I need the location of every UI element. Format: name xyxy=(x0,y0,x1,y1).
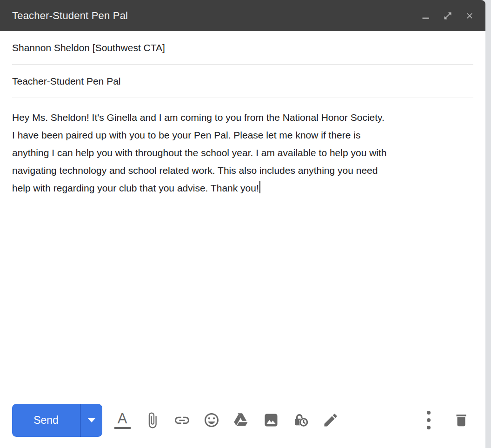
insert-from-drive-button[interactable] xyxy=(226,405,256,435)
page-background-strip xyxy=(485,0,491,448)
body-line-text: help with regarding your club that you a… xyxy=(12,183,259,193)
send-label: Send xyxy=(33,414,59,427)
attach-files-button[interactable] xyxy=(137,405,167,435)
insert-photo-button[interactable] xyxy=(256,405,286,435)
body-line: anything I can help you with throughout … xyxy=(12,144,473,162)
window-title: Teacher-Student Pen Pal xyxy=(12,10,421,22)
body-line: Hey Ms. Sheldon! It's Ginella and I am c… xyxy=(12,109,473,126)
text-cursor xyxy=(259,181,260,193)
google-drive-icon xyxy=(233,412,250,428)
pop-out-button[interactable] xyxy=(443,11,452,20)
paperclip-icon xyxy=(144,412,161,429)
subject-field[interactable]: Teacher-Student Pen Pal xyxy=(12,65,473,98)
insert-link-button[interactable] xyxy=(167,405,197,435)
send-button-group: Send xyxy=(12,404,102,437)
body-line: help with regarding your club that you a… xyxy=(12,179,473,197)
recipient-value: Shannon Sheldon [Southwest CTA] xyxy=(12,42,165,53)
minimize-button[interactable] xyxy=(421,11,431,20)
compose-toolbar: Send A xyxy=(12,403,471,437)
close-button[interactable] xyxy=(465,11,474,20)
subject-value: Teacher-Student Pen Pal xyxy=(12,76,120,87)
message-body-editor[interactable]: Hey Ms. Sheldon! It's Ginella and I am c… xyxy=(0,98,485,448)
toolbar-right-icons xyxy=(418,405,471,435)
recipient-field[interactable]: Shannon Sheldon [Southwest CTA] xyxy=(12,31,473,65)
format-text-icon: A xyxy=(114,412,131,429)
toolbar-icons: A xyxy=(107,405,345,435)
compose-header: Teacher-Student Pen Pal xyxy=(0,0,485,31)
trash-icon xyxy=(453,412,469,428)
format-letter: A xyxy=(118,412,127,426)
more-vert-icon xyxy=(426,410,431,430)
body-line: I have been paired up with you to be you… xyxy=(12,126,473,144)
link-icon xyxy=(173,412,191,429)
pen-icon xyxy=(322,412,339,428)
more-options-button[interactable] xyxy=(418,405,439,435)
close-icon xyxy=(465,11,474,20)
insert-emoji-button[interactable] xyxy=(197,405,226,435)
compose-window: Teacher-Student Pen Pal Shannon Sheldon … xyxy=(0,0,485,448)
window-controls xyxy=(421,11,474,20)
insert-signature-button[interactable] xyxy=(316,405,345,435)
send-options-button[interactable] xyxy=(81,404,102,437)
discard-draft-button[interactable] xyxy=(451,405,471,435)
confidential-mode-button[interactable] xyxy=(286,405,316,435)
minimize-icon xyxy=(421,11,431,20)
emoji-icon xyxy=(203,412,220,428)
send-button[interactable]: Send xyxy=(12,404,80,437)
image-icon xyxy=(263,412,279,428)
dropdown-arrow-icon xyxy=(88,418,95,422)
lock-clock-icon xyxy=(292,412,310,429)
open-in-full-icon xyxy=(443,11,452,20)
body-line: navigating technology and school related… xyxy=(12,162,473,179)
formatting-options-button[interactable]: A xyxy=(107,405,137,435)
